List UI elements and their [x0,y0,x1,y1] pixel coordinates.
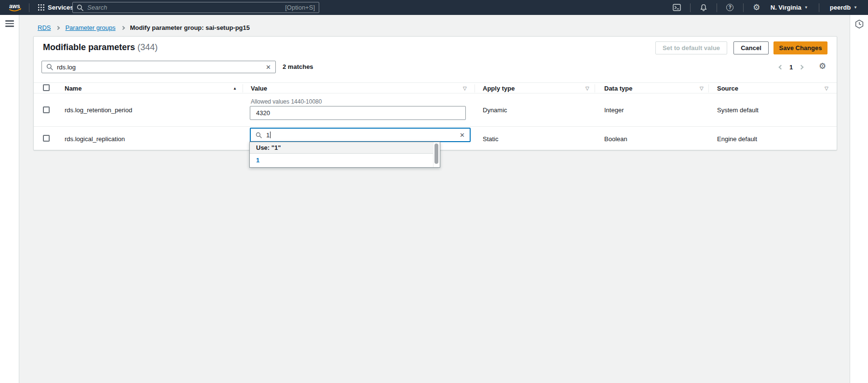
row-checkbox[interactable] [43,106,50,113]
table-header-row: Name ▲ Value ▽ Apply type ▽ Data type ▽ … [34,82,837,93]
search-icon [77,4,83,11]
column-divider [243,84,243,92]
row-checkbox[interactable] [43,135,50,142]
panel-title: Modifiable parameters (344) [43,42,158,53]
apply-type-value: Static [483,127,499,151]
cancel-button[interactable]: Cancel [733,41,769,54]
topbar-divider [29,3,29,12]
global-search-input[interactable] [87,4,285,11]
services-menu-button[interactable]: Services [34,0,78,15]
open-navigation-button[interactable] [5,20,14,27]
data-type-value: Integer [604,93,624,126]
dropdown-option[interactable]: 1 [250,154,440,167]
global-search-box[interactable]: [Option+S] [72,2,319,13]
set-to-default-button[interactable]: Set to default value [655,41,727,54]
select-all-checkbox[interactable] [43,84,50,91]
column-header-data-type[interactable]: Data type [604,83,633,94]
aws-console-topbar: aws Services [0,0,868,15]
column-divider [475,84,475,92]
clear-filter-icon[interactable]: ✕ [266,64,271,70]
hamburger-icon [5,20,14,22]
modifiable-parameters-panel: Modifiable parameters (344) Set to defau… [33,36,837,150]
gear-icon: ⚙ [753,3,760,12]
breadcrumb-parameter-groups-link[interactable]: Parameter groups [65,24,115,31]
text-cursor [270,132,271,138]
bell-icon [700,4,707,12]
dropdown-scrollbar-track[interactable] [433,142,440,167]
clock-hexagon-icon [854,19,864,29]
breadcrumb: RDS Parameter groups Modify parameter gr… [38,24,250,31]
current-page-number: 1 [789,64,793,71]
aws-logo[interactable]: aws [8,2,24,13]
column-header-source[interactable]: Source [717,83,738,94]
cloudshell-terminal-icon [673,4,681,11]
apply-type-value: Dynamic [483,93,507,126]
combobox-query-text: 1 [266,132,270,139]
account-menu[interactable]: peerdb ▼ [824,0,863,15]
source-value: System default [717,93,759,126]
region-selector[interactable]: N. Virginia ▼ [765,0,814,15]
search-icon [256,132,262,138]
next-page-icon[interactable] [799,65,804,69]
topbar-divider [690,3,691,12]
recently-visited-panel-button[interactable] [854,19,864,29]
allowed-values-hint: Allowed values 1440-10080 [251,98,322,105]
right-sidebar-rail [850,15,868,383]
grid-icon [38,4,44,11]
breadcrumb-current-page: Modify parameter group: sai-setup-pg15 [130,24,250,31]
clear-combobox-icon[interactable]: ✕ [460,132,465,138]
topbar-divider [819,3,819,12]
topbar-divider [717,3,717,12]
breadcrumb-rds-link[interactable]: RDS [38,24,51,31]
data-type-filter-icon[interactable]: ▽ [700,83,704,94]
parameter-name: rds.log_retention_period [65,93,132,126]
apply-type-filter-icon[interactable]: ▽ [585,83,589,94]
chevron-down-icon: ▼ [804,5,808,10]
settings-button[interactable]: ⚙ [748,0,765,15]
previous-page-icon[interactable] [779,65,784,69]
parameter-count-badge: (344) [137,42,158,52]
column-divider [595,84,595,92]
panel-title-text: Modifiable parameters [43,42,135,52]
parameter-name: rds.logical_replication [65,127,125,151]
parameter-value-input[interactable] [250,106,466,120]
hamburger-icon [5,23,14,25]
use-typed-value-option[interactable]: Use: "1" [250,142,440,154]
match-count: 2 matches [283,61,313,73]
column-header-value[interactable]: Value [251,83,267,94]
sort-ascending-icon[interactable]: ▲ [233,83,237,94]
notifications-button[interactable] [695,0,712,15]
column-divider [708,84,709,92]
source-value: Engine default [717,127,757,151]
search-shortcut-hint: [Option+S] [285,4,315,11]
data-type-value: Boolean [604,127,627,151]
account-label: peerdb [830,4,851,11]
column-header-name[interactable]: Name [65,83,81,94]
parameter-filter-input[interactable] [57,64,266,71]
parameter-filter-box[interactable]: ✕ [41,61,276,73]
chevron-down-icon: ▼ [854,5,857,10]
topbar-left-group: aws Services [0,0,78,15]
question-mark-icon: ? [726,4,733,11]
table-preferences-gear-icon[interactable]: ⚙ [819,60,826,73]
services-label: Services [48,4,74,11]
table-row: rds.log_retention_period Allowed values … [34,93,837,127]
topbar-divider [743,3,744,12]
value-filter-icon[interactable]: ▽ [463,83,467,94]
page: aws Services [0,0,868,383]
parameter-value-combobox[interactable]: 1 ✕ [250,128,471,142]
region-label: N. Virginia [771,4,801,11]
dropdown-scrollbar-thumb[interactable] [434,144,438,164]
save-changes-button[interactable]: Save Changes [773,41,827,54]
help-button[interactable]: ? [722,0,738,15]
chevron-right-icon [56,26,60,29]
left-sidebar-rail [0,15,19,383]
topbar-right-group: ? ⚙ N. Virginia ▼ peerdb ▼ [669,0,863,15]
cloudshell-button[interactable] [669,0,685,15]
hamburger-icon [5,26,14,27]
source-filter-icon[interactable]: ▽ [825,83,828,94]
search-icon [46,64,53,70]
column-header-apply-type[interactable]: Apply type [483,83,515,94]
aws-logo-text: aws [9,3,20,10]
pagination: 1 [779,61,803,73]
